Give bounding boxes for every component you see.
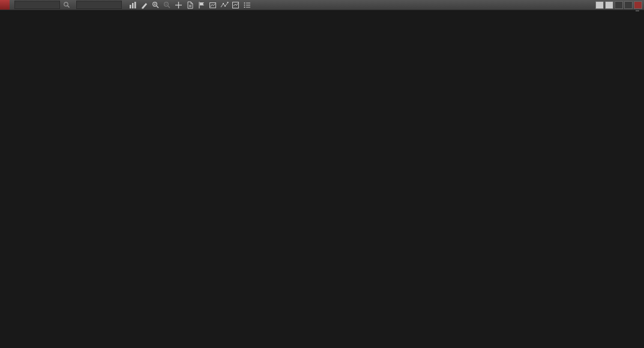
ninjatrader-chart-window: const data = JSON.parse(document.getElem… xyxy=(0,0,644,348)
zoom-out-icon[interactable] xyxy=(162,1,172,9)
pencil-icon[interactable] xyxy=(139,1,149,9)
window-panel-button[interactable] xyxy=(595,1,604,9)
toolbar xyxy=(0,0,644,10)
indicator-chart-icon[interactable] xyxy=(230,1,241,9)
bar-chart-icon[interactable] xyxy=(128,1,138,9)
window-buttons xyxy=(595,1,642,9)
axis-corner-label xyxy=(636,10,639,11)
search-icon[interactable] xyxy=(61,1,71,9)
interval-select[interactable] xyxy=(76,1,122,9)
polyline-icon[interactable] xyxy=(219,1,229,9)
instrument-select[interactable] xyxy=(14,1,60,9)
zoom-in-icon[interactable] xyxy=(151,1,161,9)
tab-chart[interactable] xyxy=(0,0,10,10)
chart-canvas xyxy=(0,0,644,348)
list-icon[interactable] xyxy=(242,1,252,9)
window-panel-button[interactable] xyxy=(605,1,613,9)
close-button[interactable] xyxy=(634,1,642,9)
flag-icon[interactable] xyxy=(196,1,206,9)
crosshair-plus-icon[interactable] xyxy=(173,1,184,9)
minimize-button[interactable] xyxy=(615,1,623,9)
restore-button[interactable] xyxy=(624,1,633,9)
document-icon[interactable] xyxy=(185,1,195,9)
snapshot-icon[interactable] xyxy=(208,1,218,9)
